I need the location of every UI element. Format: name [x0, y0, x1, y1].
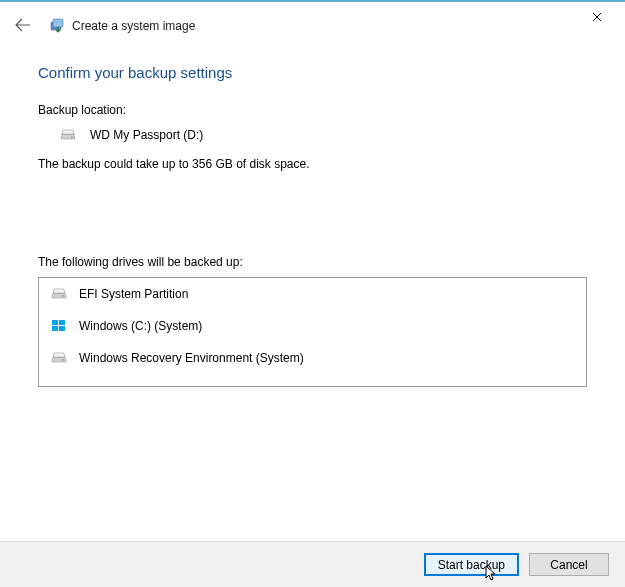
svg-point-8 [62, 359, 64, 361]
svg-point-3 [62, 295, 64, 297]
page-title: Create a system image [72, 19, 195, 33]
drive-name: EFI System Partition [79, 287, 188, 301]
drives-label: The following drives will be backed up: [38, 255, 587, 269]
external-drive-icon [60, 127, 76, 143]
drive-name: Windows Recovery Environment (System) [79, 351, 304, 365]
close-icon [592, 12, 602, 22]
backup-location-row: WD My Passport (D:) [38, 127, 587, 143]
drive-row: Windows Recovery Environment (System) [39, 342, 586, 374]
drive-row: EFI System Partition [39, 278, 586, 310]
drives-list: EFI System Partition Windows (C:) (Syste… [38, 277, 587, 387]
svg-rect-7 [59, 326, 65, 331]
heading: Confirm your backup settings [38, 64, 587, 81]
drive-row: Windows (C:) (System) [39, 310, 586, 342]
footer: Start backup Cancel [0, 541, 625, 587]
start-backup-button[interactable]: Start backup [424, 553, 519, 576]
drive-name: Windows (C:) (System) [79, 319, 202, 333]
back-arrow-icon [15, 18, 31, 32]
cancel-button[interactable]: Cancel [529, 553, 609, 576]
hdd-icon [51, 286, 67, 302]
hdd-icon [51, 350, 67, 366]
back-button[interactable] [14, 18, 32, 36]
app-icon [50, 18, 66, 34]
backup-location-name: WD My Passport (D:) [90, 128, 203, 142]
disk-space-text: The backup could take up to 356 GB of di… [38, 157, 587, 171]
svg-rect-6 [52, 326, 58, 331]
svg-rect-5 [59, 320, 65, 325]
windows-icon [51, 318, 67, 334]
close-button[interactable] [577, 6, 617, 28]
title-group: Create a system image [50, 18, 195, 34]
backup-location-label: Backup location: [38, 103, 587, 117]
svg-rect-4 [52, 320, 58, 325]
svg-point-2 [71, 136, 73, 138]
svg-rect-1 [53, 19, 63, 27]
